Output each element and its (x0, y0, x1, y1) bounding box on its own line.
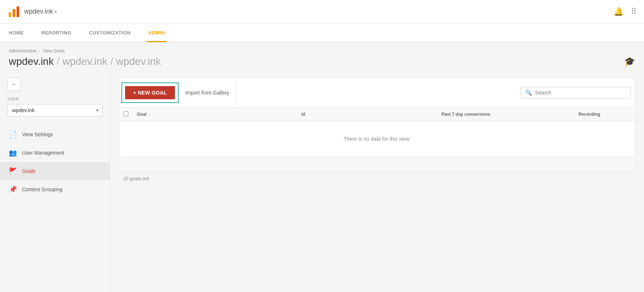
new-goal-highlight-box: + NEW GOAL (121, 82, 179, 103)
page-title: wpdev.ink/wpdev.ink/wpdev.ink (9, 56, 161, 67)
breadcrumb-parent[interactable]: Administration (9, 48, 37, 53)
nav-item-admin[interactable]: ADMIN (147, 24, 166, 41)
new-goal-button[interactable]: + NEW GOAL (125, 86, 175, 99)
search-input[interactable] (535, 90, 626, 96)
goals-left-count: 20 goals left (119, 171, 635, 186)
page-title-part3: wpdev.ink (116, 56, 161, 67)
search-icon: 🔍 (525, 89, 532, 96)
breadcrumb-area: Administration › View Goals wpdev.ink/wp… (0, 42, 644, 70)
page-title-row: wpdev.ink/wpdev.ink/wpdev.ink 🎓 (9, 56, 635, 67)
svg-rect-1 (12, 9, 15, 17)
actions-left: + NEW GOAL Import from Gallery (119, 80, 236, 105)
sidebar: ← VIEW wpdev.ink 📄 View Settings 👥 User … (0, 70, 110, 292)
col-checkbox (124, 111, 137, 117)
analytics-logo (7, 5, 21, 18)
document-icon: 📄 (9, 130, 17, 138)
top-bar: wpdev.ink ▾ 🔔 ⠿ (0, 0, 644, 23)
view-label: VIEW (7, 97, 102, 101)
sidebar-item-user-management-label: User Management (22, 150, 64, 156)
goals-table-container: + NEW GOAL Import from Gallery 🔍 Goal ↓ (119, 78, 635, 171)
back-button[interactable]: ← (7, 78, 21, 91)
site-chevron: ▾ (55, 9, 57, 14)
svg-rect-0 (9, 12, 11, 17)
svg-rect-2 (17, 6, 19, 17)
page-title-part2: wpdev.ink (62, 56, 107, 67)
col-id-header: Id (301, 112, 384, 117)
sidebar-back: ← (7, 78, 102, 91)
search-box: 🔍 (520, 87, 630, 99)
main-content: ← VIEW wpdev.ink 📄 View Settings 👥 User … (0, 70, 644, 292)
header-actions-row: + NEW GOAL Import from Gallery 🔍 (119, 78, 635, 108)
sidebar-item-view-settings[interactable]: 📄 View Settings (0, 125, 110, 144)
sidebar-item-view-settings-label: View Settings (22, 132, 53, 137)
table-column-headers: Goal ↓ Id Past 7 day conversions Recordi… (119, 108, 635, 121)
nav-item-reporting[interactable]: REPORTING (40, 24, 73, 41)
col-conversions-header: Past 7 day conversions (384, 112, 548, 117)
col-recording-header: Recording (548, 112, 630, 117)
page-title-sep2: / (110, 56, 113, 67)
nav-item-home[interactable]: HOME (7, 24, 25, 41)
top-bar-left: wpdev.ink ▾ (7, 5, 57, 18)
select-all-checkbox[interactable] (124, 111, 128, 116)
notification-bell-icon[interactable]: 🔔 (614, 7, 623, 16)
grouping-icon: 📌 (9, 185, 17, 193)
help-graduation-icon[interactable]: 🎓 (624, 56, 635, 67)
view-select-container: wpdev.ink (7, 104, 102, 117)
top-bar-right: 🔔 ⠿ (614, 7, 637, 16)
table-empty-state: There is no data for this view. (119, 121, 635, 156)
sidebar-item-content-grouping-label: Content Grouping (22, 186, 63, 192)
sidebar-item-goals[interactable]: 🚩 Goals (0, 162, 110, 180)
page-title-sep1: / (56, 56, 59, 67)
page-title-part1: wpdev.ink (9, 56, 54, 67)
content-area: + NEW GOAL Import from Gallery 🔍 Goal ↓ (110, 70, 644, 292)
sidebar-item-goals-label: Goals (22, 168, 36, 174)
table-footer (119, 156, 635, 171)
flag-icon: 🚩 (9, 167, 17, 175)
sidebar-item-user-management[interactable]: 👥 User Management (0, 144, 110, 162)
nav-item-customization[interactable]: CUSTOMIZATION (88, 24, 132, 41)
sidebar-item-content-grouping[interactable]: 📌 Content Grouping (0, 180, 110, 199)
view-select[interactable]: wpdev.ink (7, 104, 102, 117)
site-name[interactable]: wpdev.ink ▾ (24, 8, 57, 15)
breadcrumb: Administration › View Goals (9, 48, 635, 53)
breadcrumb-current: View Goals (43, 48, 65, 53)
breadcrumb-separator: › (39, 48, 40, 53)
import-from-gallery-button[interactable]: Import from Gallery (179, 80, 236, 105)
apps-grid-icon[interactable]: ⠿ (631, 7, 637, 16)
users-icon: 👥 (9, 149, 17, 157)
col-goal-header[interactable]: Goal ↓ (137, 112, 301, 117)
nav-bar: HOME REPORTING CUSTOMIZATION ADMIN (0, 23, 644, 42)
sort-arrow-icon: ↓ (149, 112, 151, 117)
